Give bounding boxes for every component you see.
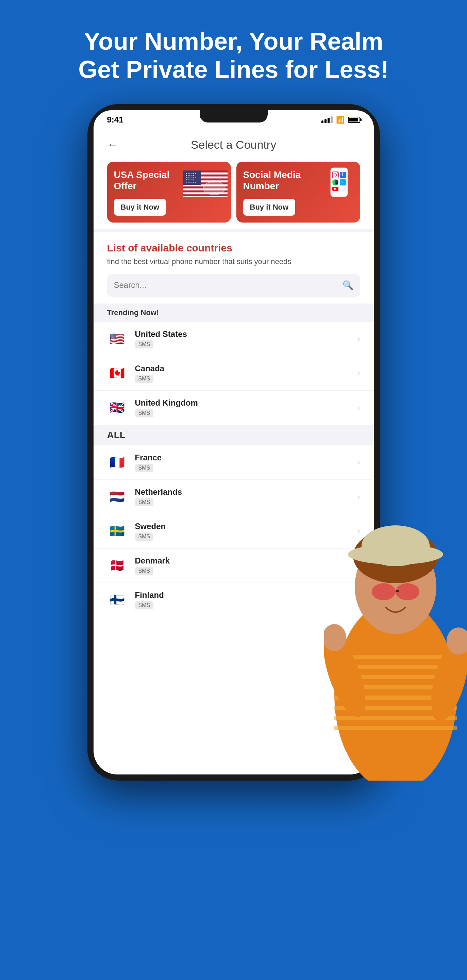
country-item-trending[interactable]: 🇺🇸 United States SMS ›: [94, 322, 374, 356]
country-info: Denmark SMS: [135, 556, 357, 575]
usa-promo-card[interactable]: USA Special Offer Buy it Now: [107, 162, 231, 223]
country-info: United Kingdom SMS: [135, 398, 357, 417]
sms-badge: SMS: [135, 464, 154, 472]
usa-flag-image: ★ ★ ★ ★ ★ ★ ★ ★ ★ ★ ★ ★ ★ ★ ★ ★ ★ ★ ★ ★ …: [183, 169, 227, 202]
country-info: Canada SMS: [135, 364, 357, 383]
country-flag: 🇺🇸: [107, 331, 127, 347]
divider: [94, 229, 374, 232]
trending-header: Trending Now!: [94, 304, 374, 322]
screen-title: Select a Country: [125, 138, 343, 151]
all-list: 🇫🇷 France SMS › 🇳🇱 Netherlands SMS › 🇸🇪 …: [94, 445, 374, 617]
country-flag: 🇳🇱: [107, 489, 127, 504]
country-flag: 🇫🇮: [107, 592, 127, 608]
country-info: Sweden SMS: [135, 522, 357, 541]
sms-badge: SMS: [135, 375, 154, 383]
country-name: France: [135, 453, 357, 463]
chevron-right-icon: ›: [357, 334, 360, 344]
all-header: ALL: [94, 425, 374, 445]
phone-screen: ← Select a Country USA Special Offer Buy…: [94, 128, 374, 775]
country-name: Denmark: [135, 556, 357, 566]
country-item-all[interactable]: 🇳🇱 Netherlands SMS ›: [94, 480, 374, 514]
country-flag: 🇫🇷: [107, 455, 127, 470]
country-item-all[interactable]: 🇩🇰 Denmark SMS ›: [94, 549, 374, 583]
phone-notch: [200, 110, 268, 123]
country-flag: 🇸🇪: [107, 524, 127, 539]
svg-rect-44: [396, 590, 399, 592]
svg-rect-7: [183, 196, 227, 197]
chevron-right-icon: ›: [357, 369, 360, 378]
country-info: Netherlands SMS: [135, 487, 357, 506]
social-buy-button[interactable]: Buy it Now: [243, 199, 295, 216]
screen-header: ← Select a Country: [94, 128, 374, 158]
svg-text:★ ★ ★ ★ ★ ★: ★ ★ ★ ★ ★ ★: [185, 172, 196, 174]
country-item-all[interactable]: 🇫🇷 France SMS ›: [94, 445, 374, 480]
country-info: United States SMS: [135, 329, 357, 348]
svg-text:★ ★ ★ ★ ★: ★ ★ ★ ★ ★: [185, 174, 195, 176]
section-title: List of available countries: [107, 242, 360, 254]
country-item-trending[interactable]: 🇬🇧 United Kingdom SMS ›: [94, 391, 374, 425]
svg-text:★ ★ ★ ★ ★ ★: ★ ★ ★ ★ ★ ★: [185, 176, 196, 178]
country-flag: 🇨🇦: [107, 366, 127, 381]
wifi-icon: 📶: [336, 116, 345, 124]
country-flag: 🇩🇰: [107, 558, 127, 573]
svg-text:🐦: 🐦: [341, 180, 346, 185]
country-item-all[interactable]: 🇸🇪 Sweden SMS ›: [94, 514, 374, 549]
chevron-right-icon: ›: [357, 492, 360, 501]
hero-line1: Your Number, Your Realm: [84, 27, 383, 55]
hero-section: Your Number, Your Realm Get Private Line…: [0, 0, 467, 104]
svg-rect-50: [452, 629, 459, 646]
social-phone-icon: f 📱 🐦: [322, 164, 356, 202]
country-name: Canada: [135, 364, 357, 373]
chevron-right-icon: ›: [357, 561, 360, 570]
country-item-trending[interactable]: 🇨🇦 Canada SMS ›: [94, 356, 374, 391]
country-item-all[interactable]: 🇫🇮 Finland SMS ›: [94, 583, 374, 617]
svg-text:f: f: [342, 172, 343, 177]
country-name: Sweden: [135, 522, 357, 531]
sms-badge: SMS: [135, 340, 154, 348]
country-info: France SMS: [135, 453, 357, 472]
chevron-right-icon: ›: [357, 403, 360, 412]
social-promo-title: Social Media Number: [243, 169, 309, 192]
chevron-right-icon: ›: [357, 595, 360, 605]
country-name: United States: [135, 329, 357, 339]
social-promo-card[interactable]: Social Media Number Buy it Now: [237, 162, 360, 223]
phone-mockup: 9:41 📶 ← Select a Country: [0, 104, 467, 781]
svg-text:★ ★ ★ ★ ★ ★: ★ ★ ★ ★ ★ ★: [185, 181, 196, 183]
svg-text:★ ★ ★ ★ ★: ★ ★ ★ ★ ★: [185, 179, 195, 181]
svg-point-48: [424, 632, 467, 725]
sms-badge: SMS: [135, 498, 154, 506]
svg-point-43: [396, 583, 419, 600]
search-bar[interactable]: 🔍: [107, 274, 360, 297]
svg-point-49: [446, 627, 467, 655]
status-time: 9:41: [107, 115, 124, 124]
section-subtitle: find the best virtual phone number that …: [107, 256, 360, 267]
country-name: Netherlands: [135, 487, 357, 497]
countries-section: List of available countries find the bes…: [94, 232, 374, 304]
trending-list: 🇺🇸 United States SMS › 🇨🇦 Canada SMS › 🇬…: [94, 322, 374, 425]
status-icons: 📶: [321, 116, 360, 124]
chevron-right-icon: ›: [357, 458, 360, 467]
svg-point-19: [337, 172, 338, 173]
chevron-right-icon: ›: [357, 527, 360, 536]
search-icon: 🔍: [343, 280, 353, 291]
usa-buy-button[interactable]: Buy it Now: [114, 199, 166, 216]
sms-badge: SMS: [135, 601, 154, 609]
battery-icon: [348, 117, 360, 123]
sms-badge: SMS: [135, 567, 154, 575]
svg-point-14: [203, 181, 225, 195]
svg-text:📱: 📱: [334, 180, 339, 185]
signal-icon: [321, 116, 333, 123]
usa-promo-title: USA Special Offer: [114, 169, 180, 192]
country-name: Finland: [135, 590, 357, 600]
sms-badge: SMS: [135, 409, 154, 417]
phone-outer: 9:41 📶 ← Select a Country: [87, 104, 380, 781]
country-info: Finland SMS: [135, 590, 357, 609]
sms-badge: SMS: [135, 533, 154, 541]
promo-cards: USA Special Offer Buy it Now: [94, 158, 374, 229]
hero-line2: Get Private Lines for Less!: [78, 56, 388, 83]
back-button[interactable]: ←: [107, 138, 118, 151]
country-name: United Kingdom: [135, 398, 357, 408]
search-input[interactable]: [114, 280, 343, 290]
country-flag: 🇬🇧: [107, 400, 127, 415]
